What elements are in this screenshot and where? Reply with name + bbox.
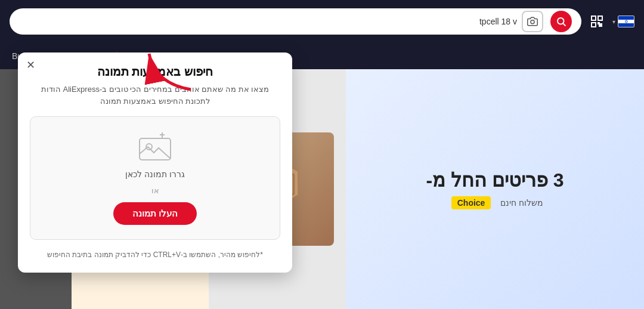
qr-icon[interactable] [587,12,606,31]
banner-text-block: 3 פריטים החל מ- משלוח חינם Choice [426,169,564,209]
search-button[interactable] [550,11,572,32]
upload-image-button[interactable]: העלו תמונה [113,202,197,225]
svg-rect-0 [592,16,596,20]
banner-badge-row: משלוח חינם Choice [426,196,564,209]
upload-area: גררו תמונה לכאן או העלו תמונה [30,116,280,240]
search-text[interactable]: tpcell 18 v [19,17,517,26]
free-shipping-text: משלוח חינם [500,198,543,208]
svg-rect-2 [592,23,596,27]
svg-rect-1 [598,16,602,20]
flag-container[interactable]: ▾ [612,16,634,27]
israel-flag [618,16,634,27]
popup-close-button[interactable]: ✕ [26,60,35,70]
or-label: או [151,186,159,195]
drag-label: גררו תמונה לכאן [125,169,185,179]
red-arrow-indicator [143,48,203,95]
search-bar: tpcell 18 v [10,8,581,35]
popup-hint: *לחיפוש מהיר, השתמשו ב-CTRL+V כדי להדביק… [30,249,280,261]
country-chevron-icon: ▾ [612,18,615,25]
banner-left: 3 פריטים החל מ- משלוח חינם Choice [346,69,644,309]
svg-point-5 [558,18,564,24]
banner-title: 3 פריטים החל מ- [426,169,564,191]
choice-badge: Choice [451,196,491,209]
top-nav: ▾ tpcell 18 v [0,0,644,43]
svg-line-6 [563,23,565,26]
camera-search-button[interactable] [522,11,543,32]
svg-rect-4 [598,23,599,24]
svg-point-7 [531,20,534,24]
image-placeholder-icon [137,131,173,162]
